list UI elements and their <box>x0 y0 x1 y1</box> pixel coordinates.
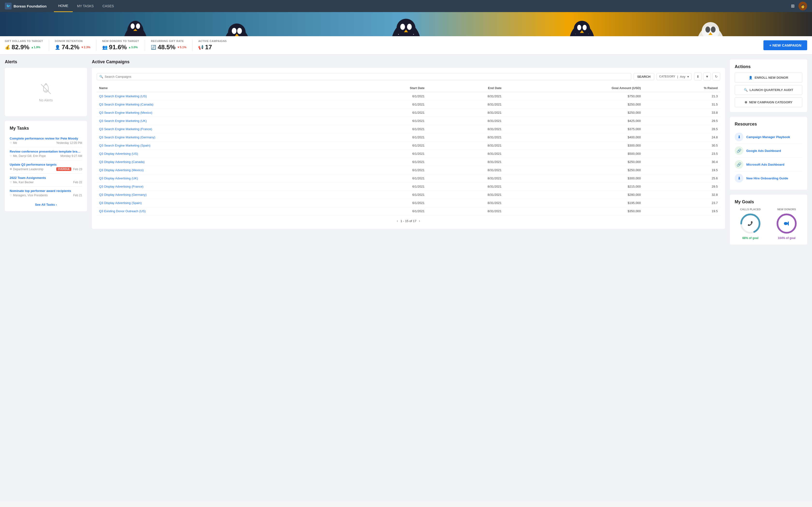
goals-row: CALLS PLACED 📞 68% of goal NEW DONORS 👤 … <box>735 208 802 240</box>
refresh-button[interactable]: ↻ <box>712 73 720 80</box>
stat-new-donors-label: NEW DONORS TO TARGET <box>102 40 139 43</box>
filter-button[interactable]: ▼ <box>703 73 711 80</box>
goal-circle: 👤 <box>776 213 798 234</box>
task-date-area: Monday 9:27 AM <box>60 154 82 158</box>
resource-link[interactable]: Google Ads Dashboard <box>746 149 781 153</box>
next-page-button[interactable]: › <box>419 219 420 223</box>
resource-item[interactable]: ⬇ Campaign Manager Playbook <box>735 130 802 144</box>
resource-link[interactable]: Microsoft Ads Dashboard <box>746 163 784 166</box>
search-button[interactable]: SEARCH <box>633 73 654 80</box>
campaign-raised: 33.8 <box>643 109 720 117</box>
task-item[interactable]: Review conference presentation template … <box>10 147 82 160</box>
campaign-end: 8/31/2021 <box>427 199 504 207</box>
action-button[interactable]: 🔍LAUNCH QUARTERLY AUDIT <box>735 85 802 95</box>
task-date-area: Feb 21 <box>73 193 82 197</box>
table-row[interactable]: Q3 Search Engine Marketing (US) 6/1/2021… <box>97 92 720 101</box>
table-row[interactable]: Q3 Search Engine Marketing (France) 6/1/… <box>97 125 720 133</box>
campaign-name[interactable]: Q3 Display Advertising (UK) <box>97 174 347 182</box>
campaign-start: 6/1/2021 <box>347 109 427 117</box>
table-row[interactable]: Q3 Display Advertising (Germany) 6/1/202… <box>97 191 720 199</box>
campaign-name[interactable]: Q3 Search Engine Marketing (Mexico) <box>97 109 347 117</box>
campaign-end: 8/31/2021 <box>427 117 504 125</box>
action-icon: ⊕ <box>745 101 747 104</box>
table-row[interactable]: Q3 Search Engine Marketing (Spain) 6/1/2… <box>97 142 720 150</box>
task-item[interactable]: Update Q3 performance targets ⚙ Departme… <box>10 160 82 174</box>
nav-home[interactable]: HOME <box>54 0 73 12</box>
main-layout: Alerts No Alerts My Tasks Complete perfo… <box>0 55 812 501</box>
svg-point-1 <box>123 25 148 36</box>
campaign-name[interactable]: Q3 Search Engine Marketing (US) <box>97 92 347 101</box>
task-meta: ♡ Me, Kari Becker Feb 22 <box>10 181 82 184</box>
table-row[interactable]: Q3 Search Engine Marketing (UK) 6/1/2021… <box>97 117 720 125</box>
task-meta: ♡ Me, Darryl Gill, Erin Pope Monday 9:27… <box>10 154 82 158</box>
svg-point-42 <box>696 26 725 36</box>
campaign-name[interactable]: Q3 Search Engine Marketing (Spain) <box>97 142 347 150</box>
new-campaign-button[interactable]: + NEW CAMPAIGN <box>763 40 807 50</box>
action-button[interactable]: ⊕NEW CAMPAIGN CATEGORY <box>735 97 802 107</box>
task-item[interactable]: Complete performance review for Pete Moo… <box>10 134 82 147</box>
campaign-name[interactable]: Q3 Search Engine Marketing (UK) <box>97 117 347 125</box>
svg-point-13 <box>230 32 244 36</box>
svg-point-36 <box>582 25 587 30</box>
table-row[interactable]: Q3 Display Advertising (Canada) 6/1/2021… <box>97 158 720 166</box>
resource-link[interactable]: New Hire Onboarding Guide <box>746 176 788 180</box>
task-item[interactable]: Nominate top performer award recipients … <box>10 187 82 200</box>
table-row[interactable]: Q3 Display Advertising (Spain) 6/1/2021 … <box>97 199 720 207</box>
grid-icon[interactable]: ⊞ <box>791 3 795 9</box>
nav-cases[interactable]: CASES <box>98 0 118 12</box>
campaign-goal: $300,000 <box>504 174 643 182</box>
campaign-start: 6/1/2021 <box>347 101 427 109</box>
campaign-name[interactable]: Q3 Existing Donor Outreach (US) <box>97 207 347 215</box>
search-input[interactable] <box>105 75 628 78</box>
top-nav: 🐦 Boreas Foundation HOME MY TASKS CASES … <box>0 0 812 12</box>
assignee-icon: ♡ <box>10 194 12 197</box>
resource-link[interactable]: Campaign Manager Playbook <box>746 135 790 139</box>
table-row[interactable]: Q3 Existing Donor Outreach (US) 6/1/2021… <box>97 207 720 215</box>
table-row[interactable]: Q3 Display Advertising (UK) 6/1/2021 8/3… <box>97 174 720 182</box>
table-row[interactable]: Q3 Display Advertising (France) 6/1/2021… <box>97 182 720 191</box>
task-date: Feb 22 <box>73 181 82 184</box>
category-filter[interactable]: CATEGORY | Any ▾ <box>657 73 692 80</box>
goal-label: CALLS PLACED <box>740 208 761 211</box>
campaign-name[interactable]: Q3 Display Advertising (Germany) <box>97 191 347 199</box>
campaign-name[interactable]: Q3 Search Engine Marketing (France) <box>97 125 347 133</box>
nav-right: ⊞ 👩 <box>791 2 807 10</box>
alerts-card: No Alerts <box>5 68 87 116</box>
svg-point-44 <box>702 22 719 36</box>
see-all-tasks-link[interactable]: See All Tasks › <box>10 203 82 207</box>
campaign-name[interactable]: Q3 Search Engine Marketing (Canada) <box>97 101 347 109</box>
table-row[interactable]: Q3 Search Engine Marketing (Germany) 6/1… <box>97 133 720 142</box>
campaign-name[interactable]: Q3 Display Advertising (Canada) <box>97 158 347 166</box>
svg-point-45 <box>705 26 710 33</box>
resource-item[interactable]: 🔗 Google Ads Dashboard <box>735 144 802 158</box>
prev-page-button[interactable]: ‹ <box>397 219 398 223</box>
campaign-goal: $280,000 <box>504 191 643 199</box>
svg-point-35 <box>577 25 581 30</box>
nav-my-tasks[interactable]: MY TASKS <box>73 0 98 12</box>
campaign-name[interactable]: Q3 Display Advertising (Mexico) <box>97 166 347 174</box>
goal-percent-label: 104% of goal <box>778 236 795 240</box>
download-button[interactable]: ⬇ <box>694 73 702 80</box>
campaign-name[interactable]: Q3 Display Advertising (France) <box>97 182 347 191</box>
avatar[interactable]: 👩 <box>799 2 807 10</box>
stat-new-donors-icon: 👥 <box>102 45 108 50</box>
campaign-name[interactable]: Q3 Display Advertising (US) <box>97 150 347 158</box>
campaign-raised: 24.8 <box>643 133 720 142</box>
task-item[interactable]: 2022 Team Assignments ♡ Me, Kari Becker … <box>10 174 82 187</box>
svg-point-8 <box>121 34 133 36</box>
campaign-name[interactable]: Q3 Search Engine Marketing (Germany) <box>97 133 347 142</box>
resource-item[interactable]: 🔗 Microsoft Ads Dashboard <box>735 158 802 171</box>
campaign-start: 6/1/2021 <box>347 125 427 133</box>
resource-item[interactable]: ⬇ New Hire Onboarding Guide <box>735 171 802 185</box>
table-row[interactable]: Q3 Display Advertising (US) 6/1/2021 8/3… <box>97 150 720 158</box>
campaign-raised: 32.8 <box>643 191 720 199</box>
table-row[interactable]: Q3 Search Engine Marketing (Mexico) 6/1/… <box>97 109 720 117</box>
action-button[interactable]: 👤ENROLL NEW DONOR <box>735 73 802 82</box>
task-date: Yesterday 12:05 PM <box>56 141 82 145</box>
campaign-end: 8/31/2021 <box>427 109 504 117</box>
table-row[interactable]: Q3 Search Engine Marketing (Canada) 6/1/… <box>97 101 720 109</box>
stat-donor-retention: DONOR RETENTION 👤 74.2% ▼2.3% <box>49 40 96 51</box>
table-row[interactable]: Q3 Display Advertising (Mexico) 6/1/2021… <box>97 166 720 174</box>
svg-point-26 <box>407 24 412 30</box>
campaign-name[interactable]: Q3 Display Advertising (Spain) <box>97 199 347 207</box>
